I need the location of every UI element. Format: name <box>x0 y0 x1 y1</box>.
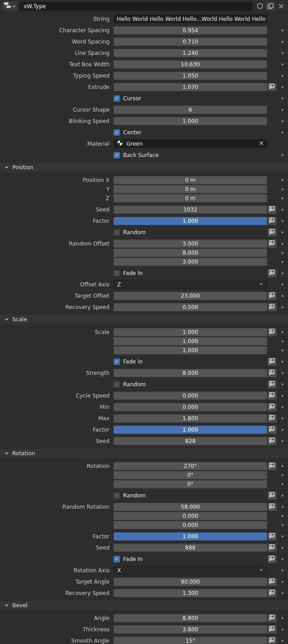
target-angle-insert-keyframe-button[interactable] <box>268 578 277 586</box>
random-offset-0-animate-decorator-dot[interactable] <box>282 243 283 245</box>
seed-insert-keyframe-button[interactable] <box>268 206 277 214</box>
scale-1-animate-decorator-dot[interactable] <box>282 340 283 342</box>
rotation-0-animate-decorator-dot[interactable] <box>282 465 283 467</box>
seed-field[interactable]: 828 <box>114 437 267 445</box>
random-offset-0-insert-keyframe-button[interactable] <box>268 240 277 248</box>
random-rotation-1-animate-decorator-dot[interactable] <box>282 515 283 517</box>
offset-axis-dropdown[interactable]: Z <box>114 280 267 289</box>
factor-slider[interactable]: 1.000 <box>114 532 267 541</box>
recovery-speed-insert-keyframe-button[interactable] <box>268 589 277 597</box>
random-offset-field-1[interactable]: 8.000 <box>114 249 267 257</box>
scale-field-2[interactable]: 1.000 <box>114 346 267 354</box>
center-animate-decorator-dot[interactable] <box>282 132 283 133</box>
position-2-animate-decorator-dot[interactable] <box>282 197 283 199</box>
fade-in-checkbox[interactable]: ✓Fade In <box>114 556 143 562</box>
angle-insert-keyframe-button[interactable] <box>268 614 277 622</box>
target-offset-insert-keyframe-button[interactable] <box>268 292 277 300</box>
character-spacing-field[interactable]: 0.954 <box>114 26 267 34</box>
string-input[interactable]: Hello World Hello World Hello...World He… <box>114 15 267 23</box>
recovery-speed-field[interactable]: 1.300 <box>114 589 267 597</box>
rotation-field-0[interactable]: 270° <box>114 462 267 470</box>
smooth-angle-field[interactable]: 15° <box>114 637 267 644</box>
target-offset-field[interactable]: 23.000 <box>114 292 267 300</box>
factor-animate-decorator-dot[interactable] <box>282 220 283 222</box>
thickness-field[interactable]: 3.800 <box>114 625 267 634</box>
recovery-speed-animate-decorator-dot[interactable] <box>282 592 283 594</box>
random-offset-1-animate-decorator-dot[interactable] <box>282 252 283 254</box>
random-rotation-field-2[interactable]: 0.000 <box>114 521 267 529</box>
fade-in-insert-keyframe-button[interactable] <box>268 555 277 563</box>
random-animate-decorator-dot[interactable] <box>282 231 283 233</box>
back-surface-checkbox[interactable]: ✓Back Surface <box>114 152 159 158</box>
random-checkbox[interactable]: Random <box>114 229 146 236</box>
blinking-speed-animate-decorator-dot[interactable] <box>282 120 283 122</box>
smooth-angle-animate-decorator-dot[interactable] <box>282 640 283 642</box>
angle-field[interactable]: 8.800 <box>114 614 267 622</box>
rotation-field-2[interactable]: 0° <box>114 480 267 488</box>
factor-insert-keyframe-button[interactable] <box>268 217 277 225</box>
seed-animate-decorator-dot[interactable] <box>282 209 283 211</box>
strength-insert-keyframe-button[interactable] <box>268 369 277 377</box>
character-spacing-animate-decorator-dot[interactable] <box>282 29 283 31</box>
random-insert-keyframe-button[interactable] <box>268 492 277 500</box>
effect-name-input[interactable]: xW.Type <box>20 2 253 11</box>
strength-field[interactable]: 8.000 <box>114 369 267 377</box>
position-field-2[interactable]: 0 m <box>114 194 267 202</box>
seed-field[interactable]: 888 <box>114 544 267 552</box>
cursor-shape-animate-decorator-dot[interactable] <box>282 109 283 111</box>
target-offset-animate-decorator-dot[interactable] <box>282 295 283 297</box>
typing-speed-field[interactable]: 1.050 <box>114 72 267 80</box>
factor-insert-keyframe-button[interactable] <box>268 532 277 541</box>
word-spacing-field[interactable]: 0.710 <box>114 38 267 46</box>
min-field[interactable]: 0.000 <box>114 403 267 411</box>
factor-insert-keyframe-button[interactable] <box>268 426 277 434</box>
duplicate-icon[interactable] <box>266 1 275 11</box>
extrude-insert-keyframe-button[interactable] <box>268 83 277 91</box>
material-selector[interactable]: Green <box>114 139 267 148</box>
factor-slider[interactable]: 1.000 <box>114 426 267 434</box>
back-surface-animate-decorator-dot[interactable] <box>282 154 283 156</box>
random-rotation-field-1[interactable]: 0.000 <box>114 512 267 520</box>
word-spacing-animate-decorator-dot[interactable] <box>282 41 283 43</box>
extrude-animate-decorator-dot[interactable] <box>282 86 283 88</box>
thickness-animate-decorator-dot[interactable] <box>282 629 283 630</box>
factor-animate-decorator-dot[interactable] <box>282 429 283 431</box>
rotation-axis-animate-decorator-dot[interactable] <box>282 570 283 571</box>
min-animate-decorator-dot[interactable] <box>282 406 283 408</box>
random-insert-keyframe-button[interactable] <box>268 380 277 388</box>
random-rotation-field-0[interactable]: 58.000 <box>114 503 267 511</box>
random-offset-2-animate-decorator-dot[interactable] <box>282 261 283 263</box>
scale-0-animate-decorator-dot[interactable] <box>282 331 283 333</box>
close-icon[interactable] <box>276 1 286 11</box>
position-field-1[interactable]: 0 m <box>114 185 267 193</box>
rotation-axis-dropdown[interactable]: X <box>114 566 267 575</box>
recovery-speed-field[interactable]: 0.500 <box>114 303 267 311</box>
angle-animate-decorator-dot[interactable] <box>282 617 283 619</box>
rotation-field-1[interactable]: 0° <box>114 471 267 479</box>
unlink-material-icon[interactable] <box>259 141 264 147</box>
smooth-angle-insert-keyframe-button[interactable] <box>268 637 277 644</box>
extrude-field[interactable]: 1.070 <box>114 83 267 91</box>
effect-type-button[interactable] <box>2 1 17 11</box>
seed-field[interactable]: 1032 <box>114 206 267 214</box>
offset-axis-animate-decorator-dot[interactable] <box>282 284 283 285</box>
cursor-animate-decorator-dot[interactable] <box>282 98 283 99</box>
section-header-position[interactable]: Position <box>0 162 288 172</box>
fade-in-animate-decorator-dot[interactable] <box>282 272 283 274</box>
scale-field-1[interactable]: 1.000 <box>114 337 267 345</box>
random-animate-decorator-dot[interactable] <box>282 383 283 385</box>
fade-in-animate-decorator-dot[interactable] <box>282 558 283 560</box>
fade-in-checkbox[interactable]: Fade In <box>114 270 143 276</box>
max-insert-keyframe-button[interactable] <box>268 414 277 423</box>
random-checkbox[interactable]: Random <box>114 492 146 499</box>
target-angle-field[interactable]: 90.000 <box>114 578 267 586</box>
fade-in-checkbox[interactable]: ✓Fade in <box>114 359 143 365</box>
line-spacing-animate-decorator-dot[interactable] <box>282 52 283 54</box>
random-rotation-0-animate-decorator-dot[interactable] <box>282 506 283 508</box>
random-checkbox[interactable]: Random <box>114 381 146 388</box>
recovery-speed-animate-decorator-dot[interactable] <box>282 306 283 308</box>
line-spacing-field[interactable]: 1.240 <box>114 49 267 57</box>
seed-insert-keyframe-button[interactable] <box>268 437 277 445</box>
factor-animate-decorator-dot[interactable] <box>282 536 283 537</box>
cursor-checkbox[interactable]: ✓Cursor <box>114 95 141 102</box>
